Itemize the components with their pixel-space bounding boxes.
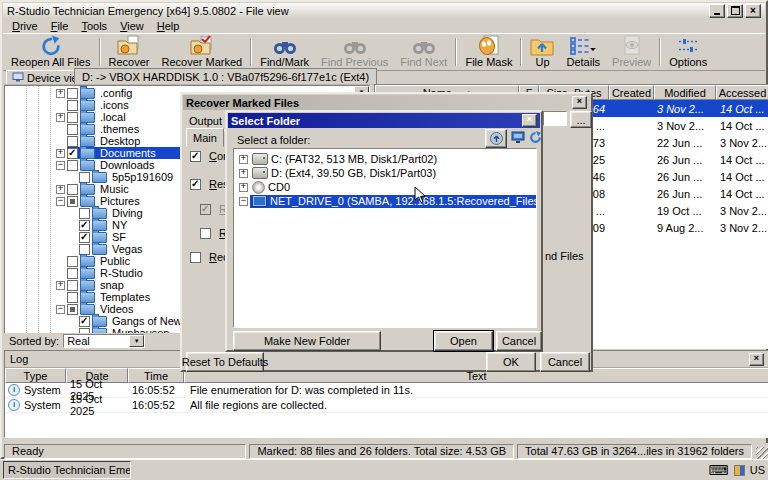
drive-item-cd0[interactable]: CD0 bbox=[234, 180, 536, 194]
checkbox[interactable] bbox=[67, 160, 78, 171]
menu-view[interactable]: View bbox=[114, 19, 151, 33]
recover-marked-button[interactable]: Recover Marked bbox=[155, 35, 248, 69]
tree-item[interactable]: Vegas bbox=[5, 243, 180, 255]
expand-icon[interactable] bbox=[56, 89, 65, 98]
checkbox[interactable] bbox=[67, 112, 78, 123]
expand-icon[interactable] bbox=[56, 113, 65, 122]
expand-icon[interactable] bbox=[56, 149, 65, 158]
column-header-modified[interactable]: Modified bbox=[654, 85, 716, 100]
output-folder-input[interactable] bbox=[543, 111, 567, 126]
checkbox[interactable] bbox=[79, 232, 90, 243]
reset-to-defaults-button[interactable]: Reset To Defaults bbox=[186, 352, 264, 372]
collapse-icon[interactable] bbox=[56, 197, 65, 206]
tree-item[interactable]: Desktop bbox=[5, 135, 180, 147]
find-previous-button[interactable]: Find Previous bbox=[315, 35, 394, 69]
expand-icon[interactable] bbox=[239, 155, 248, 164]
checkbox[interactable] bbox=[67, 124, 78, 135]
drive-item-c[interactable]: C: (FAT32, 513 MB, Disk1/Part02) bbox=[234, 152, 536, 166]
tab-main[interactable]: Main bbox=[186, 128, 224, 147]
menu-tools[interactable]: Tools bbox=[75, 19, 114, 33]
tree-item[interactable]: .config bbox=[5, 87, 180, 99]
expand-icon[interactable] bbox=[239, 169, 248, 178]
make-new-folder-button[interactable]: Make New Folder bbox=[233, 331, 381, 351]
maximize-icon[interactable] bbox=[727, 4, 743, 18]
column-header-created[interactable]: Created bbox=[609, 85, 654, 100]
checkbox[interactable] bbox=[67, 256, 78, 267]
tree-item-documents[interactable]: Documents bbox=[5, 147, 180, 159]
select-folder-cancel-button[interactable]: Cancel bbox=[496, 331, 542, 351]
reopen-all-files-button[interactable]: Reopen All Files bbox=[5, 35, 97, 69]
checkbox[interactable] bbox=[79, 208, 90, 219]
recover-cancel-button[interactable]: Cancel bbox=[540, 352, 590, 372]
log-column-time[interactable]: Time bbox=[128, 368, 184, 383]
expand-icon[interactable] bbox=[239, 183, 248, 192]
recover-button[interactable]: Recover bbox=[103, 35, 156, 69]
checkbox[interactable] bbox=[190, 252, 201, 263]
checkbox[interactable] bbox=[67, 304, 78, 315]
collapse-icon[interactable] bbox=[56, 161, 65, 170]
drive-item-net-drive[interactable]: NET_DRIVE_0 (SAMBA, 192.168.1.5:Recovere… bbox=[234, 194, 536, 208]
find-mark-button[interactable]: Find/Mark bbox=[254, 35, 315, 69]
preview-button[interactable]: Preview bbox=[606, 35, 657, 69]
ok-button[interactable]: OK bbox=[486, 352, 536, 372]
tree-item[interactable]: R-Studio bbox=[5, 267, 180, 279]
checkbox[interactable] bbox=[79, 316, 90, 327]
keyboard-icon[interactable]: ⌨ bbox=[709, 463, 729, 477]
options-button[interactable]: Options bbox=[663, 35, 713, 69]
checkbox[interactable] bbox=[190, 179, 201, 190]
close-icon[interactable] bbox=[745, 4, 761, 18]
menu-file[interactable]: File bbox=[45, 19, 76, 33]
sorted-by-row: Sorted by: Real bbox=[4, 333, 184, 349]
new-folder-button[interactable] bbox=[485, 129, 507, 148]
tree-item[interactable]: .local bbox=[5, 111, 180, 123]
collapse-icon[interactable] bbox=[239, 197, 248, 206]
checkbox[interactable] bbox=[190, 151, 201, 162]
checkbox[interactable] bbox=[200, 228, 211, 239]
drive-tab[interactable]: D: -> VBOX HARDDISK 1.0 : VBa07f5296-6f1… bbox=[74, 68, 377, 85]
tree-item[interactable]: .themes bbox=[5, 123, 180, 135]
checkbox[interactable] bbox=[67, 280, 78, 291]
find-next-button[interactable]: Find Next bbox=[394, 35, 453, 69]
expand-icon[interactable] bbox=[56, 185, 65, 194]
open-button[interactable]: Open bbox=[434, 331, 493, 351]
checkbox[interactable] bbox=[67, 148, 78, 159]
checkbox[interactable] bbox=[67, 88, 78, 99]
tree-item[interactable]: Public bbox=[5, 255, 180, 267]
desktop-icon[interactable] bbox=[510, 130, 526, 145]
recover-dialog-close-icon[interactable] bbox=[572, 96, 587, 109]
checkbox[interactable] bbox=[200, 204, 211, 215]
up-button[interactable]: Up bbox=[524, 35, 560, 69]
taskbar-app-button[interactable]: R-Studio Technician Emerg... bbox=[3, 461, 131, 479]
minimize-icon[interactable] bbox=[709, 4, 725, 18]
tree-item[interactable]: Templates bbox=[5, 291, 180, 303]
collapse-icon[interactable] bbox=[56, 305, 65, 314]
menu-help[interactable]: Help bbox=[151, 19, 187, 33]
resize-grip[interactable] bbox=[756, 447, 768, 459]
checkbox[interactable] bbox=[67, 100, 78, 111]
file-mask-button[interactable]: File Mask bbox=[459, 35, 518, 69]
checkbox[interactable] bbox=[79, 220, 90, 231]
select-folder-close-icon[interactable] bbox=[522, 114, 537, 127]
language-indicator[interactable]: US bbox=[750, 464, 765, 476]
chevron-down-icon[interactable] bbox=[129, 335, 144, 347]
tree-item[interactable]: Music bbox=[5, 183, 180, 195]
checkbox[interactable] bbox=[67, 292, 78, 303]
log-close-icon[interactable] bbox=[749, 353, 764, 366]
checkbox[interactable] bbox=[67, 196, 78, 207]
details-button[interactable]: Details bbox=[560, 35, 606, 69]
tree-item[interactable]: .icons bbox=[5, 99, 180, 111]
drive-item-d[interactable]: D: (Ext4, 39.50 GB, Disk1/Part03) bbox=[234, 166, 536, 180]
log-row[interactable]: System 15 Oct 2025 16:05:52 All file reg… bbox=[5, 398, 768, 413]
refresh-icon[interactable] bbox=[527, 130, 543, 145]
log-column-type[interactable]: Type bbox=[5, 368, 66, 383]
expand-icon[interactable] bbox=[56, 281, 65, 290]
tree-item[interactable]: snap bbox=[5, 279, 180, 291]
checkbox[interactable] bbox=[67, 136, 78, 147]
browse-button[interactable]: ... bbox=[570, 111, 592, 128]
checkbox[interactable] bbox=[67, 184, 78, 195]
menu-drive[interactable]: Drive bbox=[6, 19, 45, 33]
column-header-accessed[interactable]: Accessed bbox=[716, 85, 768, 100]
sorted-by-combobox[interactable]: Real bbox=[63, 334, 145, 348]
checkbox[interactable] bbox=[67, 268, 78, 279]
tree-item[interactable]: 5p5p191609 bbox=[5, 171, 180, 183]
